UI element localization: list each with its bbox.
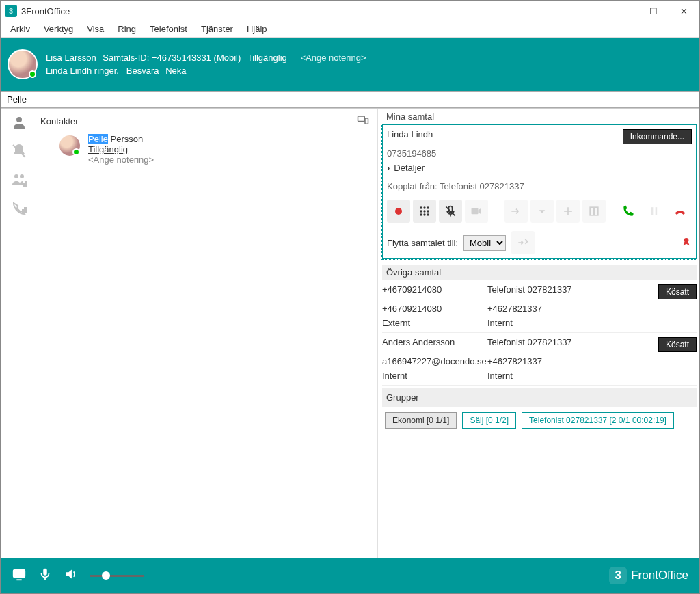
group-telefonist[interactable]: Telefonist 027821337 [2 0/1 00:02:19] [522,412,674,429]
call-toolbar [387,200,692,223]
call-stats-icon[interactable] [11,200,27,217]
groups-title: Grupper [382,388,697,407]
answer-link[interactable]: Besvara [126,66,159,76]
queue-icon[interactable] [11,172,27,188]
brand-text: FrontOffice [631,569,688,582]
availability-link[interactable]: Tillgänglig [247,53,287,63]
other-calls-title: Övriga samtal [382,265,697,280]
svg-rect-8 [358,116,365,122]
cell: +46709214080 [382,303,485,314]
contacts-panel: Kontakter Pelle Persson Tillgänglig <Ang… [38,109,378,558]
contact-item[interactable]: Pelle Persson Tillgänglig <Ange notering… [38,134,369,165]
user-avatar[interactable] [8,49,38,79]
mute-button[interactable] [439,200,462,223]
footer-bar: 3 FrontOffice [1,558,699,593]
contacts-icon[interactable] [11,114,27,131]
note-placeholder[interactable]: <Ange notering> [300,53,366,63]
hangup-button[interactable] [669,200,692,223]
menu-visa[interactable]: Visa [80,22,111,36]
move-call-label: Flytta samtalet till: [387,238,458,248]
main-area: Kontakter Pelle Persson Tillgänglig <Ang… [1,109,699,558]
slider-knob[interactable] [102,571,110,580]
svg-rect-27 [595,207,598,215]
menu-tjanster[interactable]: Tjänster [194,22,240,36]
svg-rect-7 [25,208,26,213]
chevron-right-icon: › [387,163,390,173]
group-salj[interactable]: Sälj [0 1/2] [462,412,516,429]
maximize-button[interactable]: ☐ [638,1,669,21]
menu-arkiv[interactable]: Arkiv [3,22,37,36]
svg-rect-26 [590,207,593,215]
mute-bell-icon[interactable] [11,143,27,159]
svg-point-11 [420,206,422,208]
park-button[interactable] [582,200,606,223]
svg-rect-31 [14,570,25,578]
presence-dot [29,70,36,78]
move-execute-button[interactable] [511,231,535,254]
svg-rect-9 [365,118,368,124]
cell: Internt [487,370,590,381]
details-toggle[interactable]: › Detaljer [387,159,692,177]
contact-note[interactable]: <Ange notering> [88,154,154,165]
decline-link[interactable]: Neka [165,66,186,76]
my-calls-title: Mina samtal [382,109,699,124]
active-call-card: Linda Lindh Inkommande... 0735194685 › D… [382,124,697,259]
svg-point-18 [423,213,425,215]
svg-point-16 [427,210,429,212]
other-calls-list: +46709214080 Telefonist 027821337 Kösatt… [382,280,699,386]
svg-point-0 [16,117,22,122]
search-input[interactable] [1,91,699,108]
other-call-row[interactable]: +46709214080 Telefonist 027821337 Kösatt… [382,280,697,333]
contacts-title: Kontakter [40,116,79,126]
transfer-button[interactable] [504,200,528,223]
svg-point-15 [423,210,425,212]
from-text: Kopplat från: Telefonist 027821337 [387,177,692,191]
minimize-button[interactable]: — [607,1,638,21]
group-ekonomi[interactable]: Ekonomi [0 1/1] [385,412,457,429]
caller-id-link[interactable]: Samtals-ID: +46735143331 (Mobil) [103,53,241,63]
details-label: Detaljer [394,163,425,173]
transfer-menu-button[interactable] [530,200,554,223]
cell: Internt [487,318,590,328]
caller-name: Linda Lindh [387,129,433,139]
menu-hjalp[interactable]: Hjälp [240,22,274,36]
user-name: Lisa Larsson [46,53,96,63]
cell: Externt [382,318,485,328]
menu-bar: Arkiv Verktyg Visa Ring Telefonist Tjäns… [1,21,699,38]
video-button[interactable] [465,200,488,223]
svg-point-14 [420,210,422,212]
dialpad-button[interactable] [413,200,436,223]
contact-status[interactable]: Tillgänglig [88,144,128,154]
ribbon-icon[interactable] [681,237,692,249]
speaker-icon[interactable] [64,567,79,584]
menu-telefonist[interactable]: Telefonist [143,22,194,36]
hold-button[interactable] [643,200,666,223]
close-button[interactable]: ✕ [669,1,699,21]
headset-icon[interactable] [12,567,27,584]
cell: a166947227@docendo.se [382,356,485,366]
svg-point-13 [427,206,429,208]
move-call-select[interactable]: Mobil [463,235,506,251]
other-call-row[interactable]: Anders Andersson Telefonist 027821337 Kö… [382,333,697,386]
app-icon: 3 [5,5,17,17]
svg-rect-28 [651,207,654,215]
add-button[interactable] [556,200,580,223]
mic-icon[interactable] [38,567,53,584]
side-icon-bar [1,109,38,558]
svg-point-30 [684,238,689,243]
answer-button[interactable] [617,200,640,223]
cell: Telefonist 027821337 [487,284,590,295]
record-button[interactable] [387,200,410,223]
window-title: 3FrontOffice [21,6,607,16]
ringing-text: Linda Lindh ringer. [46,66,119,76]
svg-rect-29 [656,207,658,215]
caller-number: 0735194685 [387,144,692,159]
devices-icon[interactable] [357,114,369,129]
volume-slider[interactable] [90,575,144,577]
contact-avatar [58,134,81,157]
brand-badge: 3 FrontOffice [609,567,688,584]
contact-presence-dot [72,148,80,156]
menu-verktyg[interactable]: Verktyg [37,22,80,36]
search-row [1,91,699,109]
menu-ring[interactable]: Ring [111,22,143,36]
